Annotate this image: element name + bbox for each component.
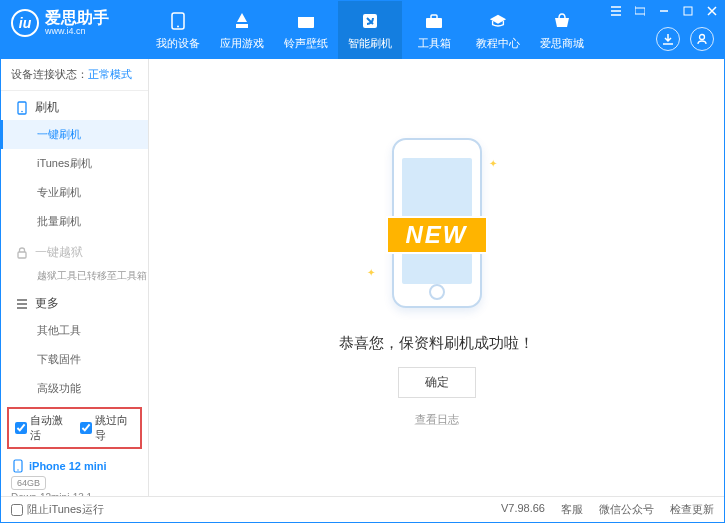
version-label: V7.98.66 [501, 502, 545, 517]
wallpaper-icon [297, 12, 315, 30]
app-name: 爱思助手 [45, 9, 109, 26]
graduation-icon [489, 12, 507, 30]
lock-icon[interactable] [628, 1, 652, 21]
store-icon [553, 12, 571, 30]
download-icon[interactable] [656, 27, 680, 51]
device-name: iPhone 12 mini [11, 459, 138, 473]
section-jailbreak: 一键越狱 [1, 236, 148, 265]
nav-toolbox[interactable]: 工具箱 [402, 1, 466, 59]
sidebar: 设备连接状态：正常模式 刷机 一键刷机 iTunes刷机 专业刷机 批量刷机 一… [1, 59, 149, 496]
check-block-itunes[interactable]: 阻止iTunes运行 [11, 502, 104, 517]
app-window: iu 爱思助手 www.i4.cn 我的设备 应用游戏 铃声壁纸 智能刷机 [0, 0, 725, 523]
nav-ringtones[interactable]: 铃声壁纸 [274, 1, 338, 59]
connection-status: 设备连接状态：正常模式 [1, 59, 148, 91]
main-area: ✦ ✦ ✦ NEW 恭喜您，保资料刷机成功啦！ 确定 查看日志 [149, 59, 724, 496]
sidebar-item-batch[interactable]: 批量刷机 [1, 207, 148, 236]
svg-point-8 [700, 35, 705, 40]
checkbox-group-highlight: 自动激活 跳过向导 [7, 407, 142, 449]
window-controls [604, 1, 724, 21]
section-flash[interactable]: 刷机 [1, 91, 148, 120]
logo-area: iu 爱思助手 www.i4.cn [11, 1, 146, 37]
nav-smart-flash[interactable]: 智能刷机 [338, 1, 402, 59]
nav-my-device[interactable]: 我的设备 [146, 1, 210, 59]
success-illustration: ✦ ✦ ✦ NEW [337, 128, 537, 318]
nav-apps-games[interactable]: 应用游戏 [210, 1, 274, 59]
jailbreak-note: 越狱工具已转移至工具箱 [1, 265, 148, 287]
apps-icon [233, 12, 251, 30]
toolbox-icon [425, 12, 443, 30]
status-right: V7.98.66 客服 微信公众号 检查更新 [501, 502, 714, 517]
device-storage: 64GB [11, 476, 46, 490]
svg-point-13 [17, 469, 18, 470]
flash-section-icon [15, 101, 29, 115]
svg-rect-6 [431, 15, 437, 19]
phone-icon [169, 12, 187, 30]
svg-rect-7 [684, 7, 692, 15]
svg-point-10 [21, 110, 23, 112]
svg-rect-3 [298, 14, 314, 17]
svg-point-1 [177, 26, 179, 28]
sidebar-item-other[interactable]: 其他工具 [1, 316, 148, 345]
app-url: www.i4.cn [45, 26, 109, 36]
maximize-icon[interactable] [676, 1, 700, 21]
user-icon[interactable] [690, 27, 714, 51]
status-update[interactable]: 检查更新 [670, 502, 714, 517]
header-right-buttons [656, 27, 714, 51]
view-log-link[interactable]: 查看日志 [415, 412, 459, 427]
sidebar-item-advanced[interactable]: 高级功能 [1, 374, 148, 403]
sidebar-item-download-fw[interactable]: 下载固件 [1, 345, 148, 374]
status-service[interactable]: 客服 [561, 502, 583, 517]
app-logo-icon: iu [11, 9, 39, 37]
new-banner: NEW [386, 216, 488, 254]
statusbar: 阻止iTunes运行 V7.98.66 客服 微信公众号 检查更新 [1, 496, 724, 522]
lock-section-icon [15, 246, 29, 260]
more-section-icon [15, 297, 29, 311]
close-icon[interactable] [700, 1, 724, 21]
sidebar-item-oneclick[interactable]: 一键刷机 [1, 120, 148, 149]
check-skip-guide[interactable]: 跳过向导 [80, 413, 135, 443]
sidebar-item-pro[interactable]: 专业刷机 [1, 178, 148, 207]
confirm-button[interactable]: 确定 [398, 367, 476, 398]
success-message: 恭喜您，保资料刷机成功啦！ [339, 334, 534, 353]
titlebar: iu 爱思助手 www.i4.cn 我的设备 应用游戏 铃声壁纸 智能刷机 [1, 1, 724, 59]
sidebar-item-itunes[interactable]: iTunes刷机 [1, 149, 148, 178]
menu-icon[interactable] [604, 1, 628, 21]
device-block[interactable]: iPhone 12 mini 64GB Down-12mini-13,1 [1, 453, 148, 496]
minimize-icon[interactable] [652, 1, 676, 21]
nav-store[interactable]: 爱思商城 [530, 1, 594, 59]
status-wechat[interactable]: 微信公众号 [599, 502, 654, 517]
svg-rect-11 [18, 252, 26, 258]
device-phone-icon [11, 459, 25, 473]
nav-tutorials[interactable]: 教程中心 [466, 1, 530, 59]
flash-icon [361, 12, 379, 30]
check-auto-activate[interactable]: 自动激活 [15, 413, 70, 443]
section-more[interactable]: 更多 [1, 287, 148, 316]
content: 设备连接状态：正常模式 刷机 一键刷机 iTunes刷机 专业刷机 批量刷机 一… [1, 59, 724, 496]
